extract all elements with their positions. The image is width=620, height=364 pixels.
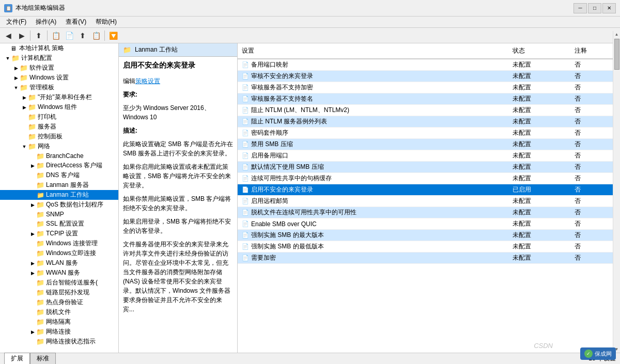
maximize-button[interactable]: □ — [588, 3, 601, 13]
minimize-button[interactable]: ─ — [574, 3, 587, 13]
table-row[interactable]: 📄启用不安全的来宾登录已启用否 — [238, 184, 620, 196]
row-cell-name: 📄脱机文件在连续可用性共享中的可用性 — [242, 208, 513, 217]
row-status: 未配置 — [513, 140, 575, 149]
tree-snmp[interactable]: 📁 SNMP — [0, 210, 118, 219]
table-row[interactable]: 📄审核不安全的来宾登录未配置否 — [238, 71, 620, 82]
table-row[interactable]: 📄强制实施 SMB 的最大版本未配置否 — [238, 230, 620, 241]
table-row[interactable]: 📄审核服务器不支持签名未配置否 — [238, 93, 620, 105]
show-hide-button[interactable]: 📋 — [50, 29, 62, 42]
admin-templates-toggle[interactable]: ▼ — [12, 84, 20, 91]
tree-branchcache[interactable]: 📁 BranchCache — [0, 151, 118, 161]
net-conn-label: 网络连接 — [46, 327, 71, 336]
tree-computer-config[interactable]: ▼ 📁 计算机配置 — [0, 53, 118, 63]
windows-settings-toggle[interactable]: ▶ — [12, 74, 20, 82]
row-cell-name: 📄启用远程邮简 — [242, 197, 513, 205]
tree-link-topology[interactable]: 📁 链路层拓扑发现 — [0, 288, 118, 297]
tree-lanman-server[interactable]: 📁 Lanman 服务器 — [0, 180, 118, 190]
tree-instant-connect[interactable]: 📁 Windows立即连接 — [0, 248, 118, 258]
row-cell-name: 📄密码套件顺序 — [242, 129, 513, 137]
table-row[interactable]: 📄审核服务器不支持加密未配置否 — [238, 82, 620, 93]
table-row[interactable]: 📄连续可用性共享中的句柄缓存未配置否 — [238, 173, 620, 184]
net-status-label: 网络连接状态指示 — [46, 337, 96, 346]
description-content-2: 如果你启用此策略设置或者未配置此策略设置，SMB 客户端将允许不安全的来宾登录。 — [123, 162, 233, 190]
menu-action[interactable]: 操作(A) — [32, 17, 60, 27]
tree-background-transfer[interactable]: 📁 后台智能传送服务( — [0, 278, 118, 288]
tree-hotspot-auth[interactable]: 📁 热点身份验证 — [0, 297, 118, 307]
tree-qos[interactable]: ▶ 📁 QoS 数据包计划程序 — [0, 200, 118, 210]
computer-config-toggle[interactable]: ▼ — [4, 55, 11, 62]
up-button[interactable]: ⬆ — [33, 29, 45, 42]
table-row[interactable]: 📄启用远程邮简未配置否 — [238, 196, 620, 207]
table-row[interactable]: 📄Enable SMB over QUIC未配置否 — [238, 218, 620, 230]
row-name: 阻止 NTLM (LM、NTLM、NTLMv2) — [251, 106, 349, 115]
tree-lanman-workstation[interactable]: 📁 Lanman 工作站 — [0, 190, 118, 200]
policy-settings-link[interactable]: 策略设置 — [135, 77, 160, 85]
row-name: 连续可用性共享中的句柄缓存 — [251, 174, 332, 183]
menu-file[interactable]: 文件(F) — [2, 17, 30, 27]
requirements-label: 要求: — [123, 90, 233, 99]
menu-view[interactable]: 查看(V) — [61, 17, 90, 27]
tree-wlan[interactable]: ▶ 📁 WLAN 服务 — [0, 258, 118, 268]
tree-windows-settings[interactable]: ▶ 📁 Windows 设置 — [0, 73, 118, 83]
tree-network-connection[interactable]: ▶ 📁 网络连接 — [0, 327, 118, 337]
forward-button[interactable]: ▶ — [16, 29, 28, 42]
table-row[interactable]: 📄禁用 SMB 压缩未配置否 — [238, 139, 620, 150]
qos-toggle[interactable]: ▶ — [29, 201, 36, 209]
tree-network-isolation[interactable]: 📁 网络隔离 — [0, 317, 118, 327]
row-setting-icon: 📄 — [242, 73, 249, 80]
properties-button[interactable]: 📄 — [63, 29, 75, 42]
row-setting-icon: 📄 — [242, 232, 249, 239]
start-menu-toggle[interactable]: ▶ — [21, 94, 28, 101]
export-button[interactable]: ⬆ — [76, 29, 89, 42]
directaccess-toggle[interactable]: ▶ — [29, 162, 36, 169]
table-row[interactable]: 📄脱机文件在连续可用性共享中的可用性未配置否 — [238, 207, 620, 218]
table-row[interactable]: 📄默认情况下使用 SMB 压缩未配置否 — [238, 162, 620, 173]
menu-help[interactable]: 帮助(H) — [91, 17, 121, 27]
tab-expand[interactable]: 扩展 — [4, 353, 30, 364]
tree-directaccess[interactable]: ▶ 📁 DirectAccess 客户端 — [0, 161, 118, 170]
back-button[interactable]: ◀ — [2, 29, 14, 42]
close-button[interactable]: ✕ — [602, 3, 616, 13]
software-toggle[interactable]: ▶ — [12, 65, 20, 72]
row-note: 否 — [575, 174, 616, 183]
network-label: 网络 — [38, 142, 50, 151]
tree-network[interactable]: ▼ 📁 网络 — [0, 141, 118, 151]
tree-network-status[interactable]: 📁 网络连接状态指示 — [0, 337, 118, 346]
row-setting-icon: 📄 — [242, 84, 249, 91]
row-note: 否 — [575, 117, 616, 126]
table-row[interactable]: 📄阻止 NTLM (LM、NTLM、NTLMv2)未配置否 — [238, 105, 620, 116]
tree-wwan[interactable]: ▶ 📁 WWAN 服务 — [0, 268, 118, 278]
tree-ssl[interactable]: 📁 SSL 配置设置 — [0, 219, 118, 229]
table-row[interactable]: 📄强制实施 SMB 的最低版本未配置否 — [238, 241, 620, 252]
tcpip-toggle[interactable]: ▶ — [29, 230, 36, 238]
table-row[interactable]: 📄备用端口映射未配置否 — [238, 59, 620, 71]
tab-standard[interactable]: 标准 — [30, 353, 56, 364]
tree-start-menu[interactable]: ▶ 📁 "开始"菜单和任务栏 — [0, 92, 118, 102]
net-conn-toggle[interactable]: ▶ — [29, 328, 36, 336]
wwan-toggle[interactable]: ▶ — [29, 270, 36, 277]
network-toggle[interactable]: ▼ — [21, 143, 28, 150]
tree-control-panel[interactable]: 📁 控制面板 — [0, 132, 118, 141]
table-row[interactable]: 📄阻止 NTLM 服务器例外列表未配置否 — [238, 116, 620, 128]
table-row[interactable]: 📄密码套件顺序未配置否 — [238, 128, 620, 139]
tree-tcpip[interactable]: ▶ 📁 TCPIP 设置 — [0, 229, 118, 239]
tree-root[interactable]: 🖥 本地计算机 策略 — [0, 43, 118, 53]
tree-software-settings[interactable]: ▶ 📁 软件设置 — [0, 63, 118, 73]
folder-icon: 📁 — [36, 210, 44, 218]
description-content-1: 此策略设置确定 SMB 客户端是否允许在 SMB 服务器上进行不安全的来宾登录。 — [123, 139, 233, 158]
root-toggle[interactable] — [2, 45, 9, 52]
table-row[interactable]: 📄需要加密未配置否 — [238, 252, 620, 264]
tree-windows-components[interactable]: ▶ 📁 Windows 组件 — [0, 102, 118, 112]
row-note: 否 — [575, 231, 616, 240]
tree-server[interactable]: 📁 服务器 — [0, 122, 118, 132]
wlan-toggle[interactable]: ▶ — [29, 260, 36, 267]
tree-win-connections[interactable]: 📁 Windows 连接管理 — [0, 239, 118, 248]
tree-offline-files[interactable]: 📁 脱机文件 — [0, 307, 118, 317]
tree-admin-templates[interactable]: ▼ 📁 管理模板 — [0, 83, 118, 92]
table-row[interactable]: 📄启用备用端口未配置否 — [238, 150, 620, 162]
tree-printer[interactable]: 📁 打印机 — [0, 112, 118, 122]
tree-dns-client[interactable]: 📁 DNS 客户端 — [0, 170, 118, 180]
new-window-button[interactable]: 📋 — [90, 29, 102, 42]
windows-components-toggle[interactable]: ▶ — [21, 104, 28, 111]
filter-button[interactable]: 🔽 — [107, 29, 119, 42]
